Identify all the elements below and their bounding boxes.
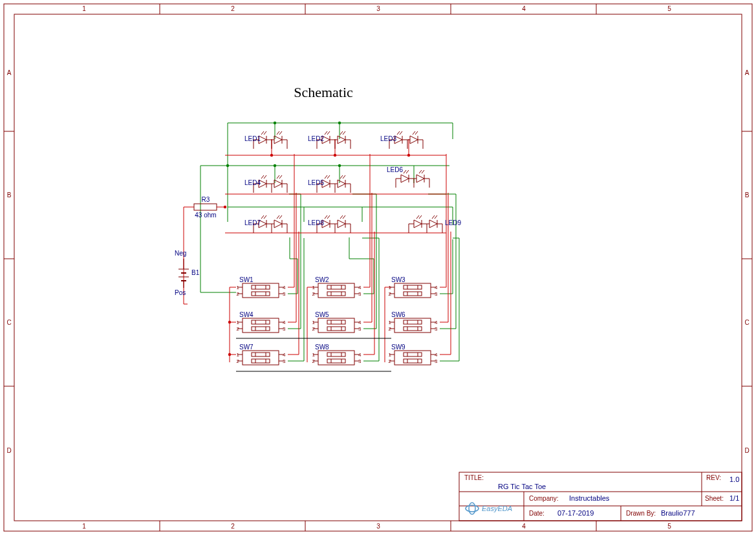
inner-frame (14, 14, 742, 521)
svg-text:LED6: LED6 (387, 166, 403, 173)
sw6: SW6 1 2 4 3 (389, 311, 438, 333)
svg-text:2: 2 (237, 358, 240, 364)
svg-text:A: A (7, 69, 12, 76)
svg-text:1: 1 (312, 320, 316, 325)
svg-text:3: 3 (435, 326, 438, 332)
svg-text:2: 2 (231, 5, 235, 12)
svg-text:LED1: LED1 (244, 135, 261, 142)
svg-text:SW5: SW5 (315, 311, 329, 318)
ruler-rows: A B C D A B C D (4, 69, 752, 454)
svg-text:B1: B1 (191, 269, 200, 276)
svg-text:4: 4 (358, 320, 362, 325)
led9: LED9 (409, 215, 461, 233)
svg-text:Instructables: Instructables (569, 494, 610, 502)
led6: LED6 (387, 166, 429, 188)
led5: LED5 (308, 175, 351, 193)
svg-text:LED5: LED5 (308, 179, 324, 186)
svg-text:B: B (745, 191, 750, 199)
led1: LED1 (244, 131, 287, 149)
svg-text:4: 4 (358, 285, 362, 290)
svg-text:2: 2 (312, 326, 316, 332)
svg-text:2: 2 (389, 326, 392, 332)
svg-text:2: 2 (237, 291, 240, 297)
svg-text:1: 1 (82, 523, 86, 530)
svg-text:EasyEDA: EasyEDA (482, 505, 512, 512)
svg-text:1: 1 (312, 352, 316, 358)
svg-text:Braulio777: Braulio777 (661, 509, 695, 517)
svg-text:1: 1 (237, 320, 240, 325)
svg-text:SW9: SW9 (391, 344, 405, 351)
svg-text:REV:: REV: (706, 474, 721, 481)
svg-text:3: 3 (358, 291, 362, 297)
svg-text:SW6: SW6 (391, 311, 405, 318)
svg-text:Pos: Pos (175, 289, 186, 296)
svg-text:D: D (744, 447, 749, 454)
svg-text:2: 2 (389, 291, 392, 297)
svg-text:3: 3 (435, 291, 438, 297)
svg-text:Drawn By:: Drawn By: (626, 510, 656, 517)
schematic-sheet: 1 2 3 4 5 1 2 3 4 5 A B C D A B C D Sche… (0, 0, 756, 535)
sw7: SW7 1 2 4 3 (237, 344, 286, 365)
svg-text:3: 3 (283, 326, 286, 332)
svg-text:4: 4 (358, 352, 362, 358)
sw1: SW1 1 2 4 3 (237, 276, 286, 298)
sw4: SW4 1 2 4 3 (237, 311, 286, 333)
svg-text:Sheet:: Sheet: (705, 495, 724, 502)
svg-text:1: 1 (82, 5, 86, 12)
svg-text:Neg: Neg (175, 250, 186, 257)
svg-text:4: 4 (435, 285, 438, 290)
svg-text:4: 4 (283, 285, 286, 290)
svg-text:2: 2 (237, 326, 240, 332)
svg-text:1: 1 (389, 320, 392, 325)
svg-rect-69 (194, 204, 217, 210)
sw8: SW8 1 2 4 3 (312, 344, 362, 365)
svg-text:LED8: LED8 (308, 219, 324, 226)
svg-text:2: 2 (312, 291, 316, 297)
nets-green (200, 123, 459, 361)
svg-text:SW4: SW4 (239, 311, 254, 318)
svg-text:LED3: LED3 (380, 135, 396, 142)
svg-text:1: 1 (389, 285, 392, 290)
resistor-r3: R3 43 ohm (194, 196, 217, 219)
svg-text:Company:: Company: (529, 495, 559, 502)
ruler-cols: 1 2 3 4 5 1 2 3 4 5 (82, 4, 671, 531)
led-grid: LED1 LED2 LED3 LED4 LED5 LED6 LED7 LED8 … (244, 131, 461, 233)
svg-text:TITLE:: TITLE: (464, 474, 484, 481)
svg-text:3: 3 (358, 326, 362, 332)
svg-text:SW2: SW2 (315, 276, 329, 283)
svg-text:LED7: LED7 (244, 219, 261, 226)
svg-text:43 ohm: 43 ohm (195, 212, 216, 219)
led2: LED2 (308, 131, 351, 149)
svg-text:SW1: SW1 (239, 276, 254, 283)
schematic-title: Schematic (294, 84, 353, 100)
outer-frame (4, 4, 752, 531)
svg-text:3: 3 (283, 291, 286, 297)
svg-text:1/1: 1/1 (729, 494, 739, 502)
title-block: TITLE: RG Tic Tac Toe REV: 1.0 Company: … (459, 472, 742, 521)
svg-text:SW3: SW3 (391, 276, 405, 283)
svg-text:SW7: SW7 (239, 344, 254, 351)
sw2: SW2 1 2 4 3 (312, 276, 362, 298)
svg-text:2: 2 (231, 523, 235, 530)
switch-grid: SW1 1 2 4 3 SW2 1 2 4 3 SW3 1 2 4 3 SW4 … (237, 276, 438, 365)
svg-text:4: 4 (283, 352, 286, 358)
svg-point-145 (469, 503, 475, 514)
svg-text:1: 1 (237, 285, 240, 290)
svg-text:SW8: SW8 (315, 344, 329, 351)
svg-text:2: 2 (389, 358, 392, 364)
sw5: SW5 1 2 4 3 (312, 311, 362, 333)
led4: LED4 (244, 175, 287, 193)
svg-text:3: 3 (358, 358, 362, 364)
svg-text:B: B (7, 191, 12, 199)
battery-b1: Neg Pos B1 (175, 250, 200, 296)
svg-text:C: C (744, 319, 749, 326)
led7: LED7 (244, 215, 287, 233)
svg-text:D: D (6, 447, 11, 454)
svg-text:07-17-2019: 07-17-2019 (557, 509, 594, 517)
svg-text:4: 4 (283, 320, 286, 325)
led8: LED8 (308, 215, 351, 233)
svg-text:C: C (6, 319, 11, 326)
svg-text:4: 4 (435, 352, 438, 358)
svg-text:LED2: LED2 (308, 135, 324, 142)
svg-text:3: 3 (376, 5, 380, 12)
